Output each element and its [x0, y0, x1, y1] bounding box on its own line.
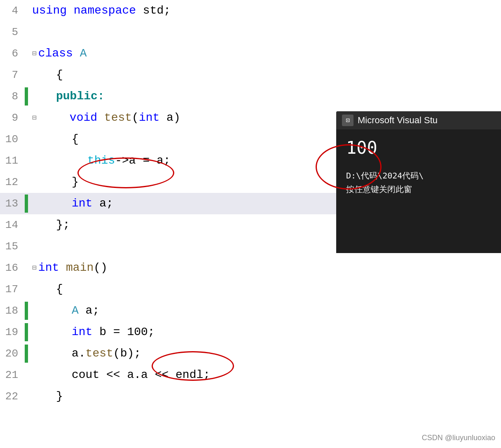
- green-indicator-20: [25, 345, 28, 363]
- token-kw-teal: public:: [56, 86, 105, 107]
- token-kw-int: int: [139, 107, 166, 129]
- code-line-22: 22}: [0, 386, 501, 407]
- line-content-4: using namespace std;: [28, 0, 171, 21]
- token-text-black: a;: [86, 300, 100, 321]
- collapse-icon-6[interactable]: ⊟: [32, 43, 37, 64]
- token-this-kw: this: [87, 150, 115, 171]
- token-text-black: };: [56, 214, 70, 236]
- output-number: 100: [346, 138, 491, 158]
- token-kw-blue: class: [38, 43, 80, 64]
- line-content-9: ⊟void test(int a): [28, 107, 180, 129]
- line-content-10: {: [28, 129, 79, 150]
- code-line-18: 18A a;: [0, 300, 501, 321]
- line-content-12: }: [28, 171, 79, 193]
- line-number-12: 12: [0, 176, 25, 188]
- green-indicator-13: [25, 195, 28, 213]
- code-line-19: 19int b = 100;: [0, 321, 501, 343]
- token-text-black: a;: [99, 193, 113, 214]
- output-content: 100 D:\代码\2024代码\ 按任意键关闭此窗: [336, 129, 501, 253]
- token-text-black: std;: [143, 0, 171, 21]
- code-line-20: 20a.test(b);: [0, 343, 501, 364]
- line-number-6: 6: [0, 47, 25, 60]
- token-text-black: }: [72, 171, 79, 193]
- token-text-black: (b);: [113, 343, 141, 364]
- token-cn-teal: A: [80, 43, 87, 64]
- green-indicator-8: [25, 87, 28, 106]
- line-content-16: ⊟int main(): [28, 257, 108, 279]
- line-number-11: 11: [0, 155, 25, 167]
- token-text-black: ->a = a;: [115, 150, 170, 171]
- code-line-6: 6⊟class A: [0, 43, 501, 64]
- line-number-7: 7: [0, 69, 25, 81]
- line-number-5: 5: [0, 26, 25, 38]
- token-text-black: b = 100;: [99, 321, 155, 343]
- line-content-13: int a;: [28, 193, 113, 214]
- line-content-19: int b = 100;: [28, 321, 155, 343]
- line-number-22: 22: [0, 390, 25, 403]
- code-line-16: 16⊟int main(): [0, 257, 501, 279]
- token-text-black: {: [56, 279, 63, 300]
- token-text-black: (): [94, 257, 108, 279]
- code-editor: 4using namespace std;56⊟class A7{8public…: [0, 0, 501, 448]
- green-indicator-19: [25, 323, 28, 341]
- token-fn-name: test: [104, 107, 132, 129]
- green-indicator-18: [25, 302, 28, 320]
- line-number-13: 13: [0, 197, 25, 210]
- token-kw-int: int: [72, 193, 99, 214]
- line-content-6: ⊟class A: [28, 43, 87, 64]
- line-number-4: 4: [0, 5, 25, 17]
- line-content-8: public:: [28, 86, 105, 107]
- line-number-21: 21: [0, 369, 25, 381]
- line-number-16: 16: [0, 262, 25, 274]
- line-content-7: {: [28, 64, 63, 86]
- output-path-line2: 按任意键关闭此窗: [346, 184, 491, 195]
- line-number-9: 9: [0, 112, 25, 124]
- output-path-line1: D:\代码\2024代码\: [346, 170, 491, 181]
- output-titlebar: ⊡ Microsoft Visual Stu: [336, 111, 501, 129]
- token-cn-teal: A: [72, 300, 86, 321]
- code-line-21: 21cout << a.a << endl;: [0, 364, 501, 386]
- line-content-22: }: [28, 386, 63, 407]
- output-panel: ⊡ Microsoft Visual Stu 100 D:\代码\2024代码\…: [336, 111, 501, 253]
- code-line-4: 4using namespace std;: [0, 0, 501, 21]
- token-fn-name: test: [86, 343, 113, 364]
- token-text-black: a): [166, 107, 180, 129]
- line-number-8: 8: [0, 90, 25, 103]
- token-text-black: {: [56, 64, 63, 86]
- line-content-18: A a;: [28, 300, 99, 321]
- line-number-18: 18: [0, 305, 25, 317]
- token-text-black: {: [72, 129, 79, 150]
- line-number-10: 10: [0, 133, 25, 145]
- code-line-7: 7{: [0, 64, 501, 86]
- token-text-black: (: [132, 107, 139, 129]
- csdn-watermark: CSDN @liuyunluoxiao: [422, 434, 495, 442]
- line-content-21: cout << a.a << endl;: [28, 364, 210, 386]
- collapse-icon-9[interactable]: ⊟: [32, 107, 37, 129]
- line-number-17: 17: [0, 283, 25, 296]
- line-number-14: 14: [0, 219, 25, 231]
- token-text-black: }: [56, 386, 63, 407]
- code-line-17: 17{: [0, 279, 501, 300]
- code-line-5: 5: [0, 21, 501, 43]
- line-content-17: {: [28, 279, 63, 300]
- token-kw-int: int: [72, 321, 99, 343]
- token-fn-name: main: [66, 257, 94, 279]
- collapse-icon-16[interactable]: ⊟: [32, 257, 37, 279]
- token-kw-void: void: [70, 107, 104, 129]
- line-content-14: };: [28, 214, 70, 236]
- token-text-black: a.: [72, 343, 86, 364]
- line-number-15: 15: [0, 240, 25, 253]
- token-kw-int: int: [38, 257, 66, 279]
- terminal-icon: ⊡: [342, 115, 354, 126]
- token-text-black: cout << a.a << endl;: [72, 364, 210, 386]
- line-content-11: this->a = a;: [28, 150, 171, 171]
- line-content-20: a.test(b);: [28, 343, 141, 364]
- line-number-20: 20: [0, 347, 25, 360]
- code-line-8: 8public:: [0, 86, 501, 107]
- token-kw-blue: using namespace: [32, 0, 143, 21]
- line-number-19: 19: [0, 326, 25, 338]
- overlay-title: Microsoft Visual Stu: [358, 115, 438, 126]
